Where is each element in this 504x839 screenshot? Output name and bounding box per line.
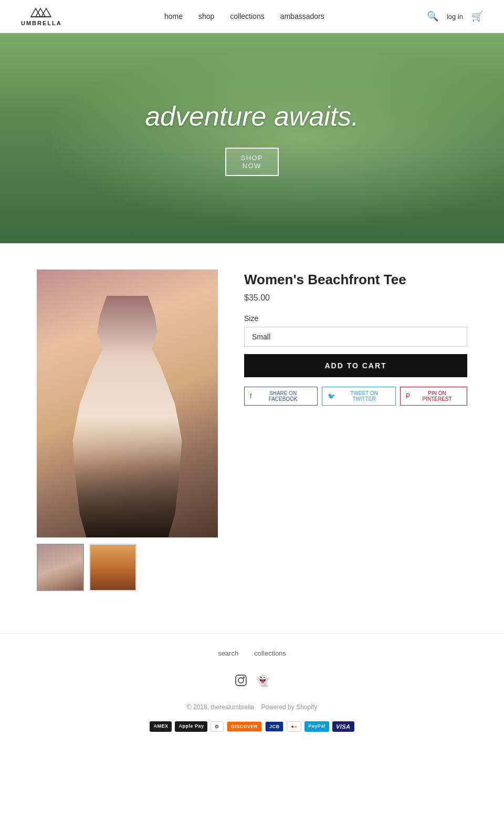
footer-copyright: © 2018, therealumbrella Powered by Shopi… xyxy=(0,696,504,716)
share-pinterest-label: PIN ON PINTEREST xyxy=(413,390,461,402)
product-images xyxy=(37,270,218,591)
share-pinterest-button[interactable]: P PIN ON PINTEREST xyxy=(400,387,467,406)
product-thumb-1[interactable] xyxy=(37,544,84,591)
product-title: Women's Beachfront Tee xyxy=(244,272,467,288)
footer-social: 👻 xyxy=(0,668,504,696)
product-thumbnails xyxy=(37,544,218,591)
svg-rect-4 xyxy=(236,675,246,686)
nav-shop[interactable]: shop xyxy=(198,12,214,20)
payment-paypal: PayPal xyxy=(304,721,329,732)
size-select[interactable]: Small Medium Large X-Large xyxy=(244,327,467,347)
hero-title: adventure awaits. xyxy=(145,100,359,132)
payment-discover: DISCOVER xyxy=(227,721,262,732)
share-facebook-label: SHARE ON FACEBOOK xyxy=(254,390,312,402)
pinterest-icon: P xyxy=(406,392,410,400)
size-label: Size xyxy=(244,314,467,323)
main-nav: home shop collections ambassadors xyxy=(164,12,324,20)
product-thumb-2[interactable] xyxy=(89,544,136,591)
payment-jcb: JCB xyxy=(265,721,284,732)
hero-content: adventure awaits. SHOP NOW xyxy=(145,100,359,176)
search-icon[interactable]: 🔍 xyxy=(427,11,438,22)
powered-by-link[interactable]: Powered by Shopify xyxy=(261,703,317,711)
share-twitter-button[interactable]: 🐦 TWEET ON TWITTER xyxy=(322,387,396,406)
nav-collections[interactable]: collections xyxy=(230,12,264,20)
payment-diners: ⊙ xyxy=(211,721,224,732)
login-link[interactable]: log in xyxy=(447,13,463,20)
hero-banner: adventure awaits. SHOP NOW xyxy=(0,33,504,243)
product-price: $35.00 xyxy=(244,293,467,303)
share-twitter-label: TWEET ON TWITTER xyxy=(338,390,390,402)
svg-point-6 xyxy=(243,677,244,678)
payment-mastercard: ●● xyxy=(287,721,301,732)
nav-home[interactable]: home xyxy=(164,12,183,20)
nav-ambassadors[interactable]: ambassadors xyxy=(280,12,324,20)
cart-icon[interactable]: 🛒 xyxy=(471,11,483,22)
payment-visa: VISA xyxy=(332,721,354,732)
facebook-icon: f xyxy=(250,392,251,400)
product-section: Women's Beachfront Tee $35.00 Size Small… xyxy=(16,270,488,591)
hero-cta-button[interactable]: SHOP NOW xyxy=(225,148,279,176)
footer-nav-search[interactable]: search xyxy=(218,649,238,657)
logo[interactable]: UMBRELLA xyxy=(21,6,62,26)
instagram-icon[interactable] xyxy=(235,674,247,690)
svg-point-5 xyxy=(238,678,244,683)
logo-icon xyxy=(30,6,53,20)
share-facebook-button[interactable]: f SHARE ON FACEBOOK xyxy=(244,387,318,406)
payment-apple-pay: Apple Pay xyxy=(175,721,207,732)
product-info: Women's Beachfront Tee $35.00 Size Small… xyxy=(244,270,467,406)
snapchat-icon[interactable]: 👻 xyxy=(256,674,270,690)
add-to-cart-button[interactable]: ADD TO CART xyxy=(244,354,467,377)
footer-nav-collections[interactable]: collections xyxy=(254,649,286,657)
share-buttons: f SHARE ON FACEBOOK 🐦 TWEET ON TWITTER P… xyxy=(244,387,467,406)
header-actions: 🔍 log in 🛒 xyxy=(427,11,483,22)
site-header: UMBRELLA home shop collections ambassado… xyxy=(0,0,504,33)
footer-nav: search collections xyxy=(0,634,504,668)
logo-text: UMBRELLA xyxy=(21,20,62,26)
twitter-icon: 🐦 xyxy=(328,392,335,400)
payment-amex: AMEX xyxy=(150,721,172,732)
site-footer: search collections 👻 © 2018, therealumbr… xyxy=(0,633,504,748)
footer-payment-methods: AMEX Apple Pay ⊙ DISCOVER JCB ●● PayPal … xyxy=(0,716,504,748)
product-main-image xyxy=(37,270,218,537)
svg-marker-0 xyxy=(31,8,40,17)
